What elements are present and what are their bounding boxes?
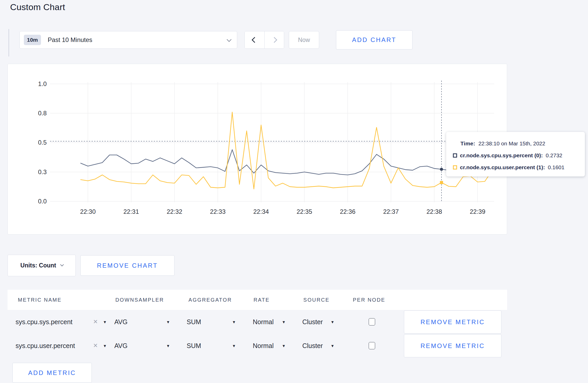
metric-name-value[interactable]: sys.cpu.sys.percent	[16, 318, 73, 326]
aggregator-select[interactable]: SUM	[187, 342, 201, 350]
downsampler-select[interactable]: AVG	[114, 318, 128, 326]
series-line-sys	[81, 150, 492, 175]
x-tick-label: 22:30	[80, 208, 96, 215]
tooltip-time-label: Time:	[460, 140, 475, 147]
time-nav-group	[244, 31, 284, 49]
now-button[interactable]: Now	[289, 31, 319, 49]
x-tick-label: 22:31	[123, 208, 139, 215]
y-tick-label: 0.8	[38, 110, 47, 117]
col-header-rate: RATE	[254, 297, 270, 303]
time-window-label: Past 10 Minutes	[48, 36, 227, 44]
col-header-source: SOURCE	[303, 297, 330, 303]
x-tick-label: 22:38	[426, 208, 442, 215]
tooltip-series-row: cr.node.sys.cpu.sys.percent (0): 0.2732	[453, 150, 578, 161]
rate-select[interactable]: Normal	[253, 318, 274, 326]
aggregator-caret-icon[interactable]: ▼	[232, 344, 236, 348]
col-header-metric-name: METRIC NAME	[18, 297, 62, 303]
metric-name-select-caret-icon[interactable]: ▼	[103, 344, 107, 348]
tooltip-series-row: cr.node.sys.cpu.user.percent (1): 0.1601	[453, 162, 578, 173]
x-tick-label: 22:34	[253, 208, 269, 215]
rate-caret-icon[interactable]: ▼	[282, 344, 286, 348]
clear-metric-icon[interactable]: ✕	[93, 342, 98, 349]
tooltip-series-name: cr.node.sys.cpu.sys.percent (0):	[460, 152, 543, 159]
metric-name-value[interactable]: sys.cpu.user.percent	[16, 342, 75, 350]
x-tick-label: 22:33	[210, 208, 226, 215]
downsampler-caret-icon[interactable]: ▼	[166, 320, 170, 324]
series-user-legend-icon	[453, 165, 457, 169]
col-header-aggregator: AGGREGATOR	[188, 297, 232, 303]
hover-marker-sys	[440, 168, 443, 171]
aggregator-caret-icon[interactable]: ▼	[232, 320, 236, 324]
chevron-down-icon	[60, 263, 64, 266]
tooltip-series-name: cr.node.sys.cpu.user.percent (1):	[460, 164, 545, 171]
time-window-dropdown[interactable]: 10m Past 10 Minutes	[19, 31, 237, 49]
y-tick-label: 0.5	[38, 139, 47, 146]
downsampler-select[interactable]: AVG	[114, 342, 128, 350]
aggregator-select[interactable]: SUM	[187, 318, 201, 326]
prev-time-button[interactable]	[245, 31, 264, 48]
next-time-button[interactable]	[264, 31, 284, 48]
toolbar-left-divider	[9, 29, 9, 56]
downsampler-caret-icon[interactable]: ▼	[166, 344, 170, 348]
remove-metric-button[interactable]: REMOVE METRIC	[404, 310, 501, 334]
chevron-down-icon	[227, 37, 231, 42]
source-caret-icon[interactable]: ▼	[331, 320, 334, 324]
y-tick-label: 0.3	[38, 168, 47, 175]
source-select[interactable]: Cluster	[302, 342, 323, 350]
add-chart-button[interactable]: ADD CHART	[336, 30, 412, 49]
time-window-badge: 10m	[24, 35, 41, 45]
tooltip-time-value: 22:38:10 on Mar 15th, 2022	[478, 140, 545, 147]
chevron-right-icon	[271, 37, 277, 43]
x-tick-label: 22:32	[167, 208, 182, 215]
per-node-checkbox[interactable]	[369, 318, 375, 325]
x-tick-label: 22:39	[470, 208, 485, 215]
rate-caret-icon[interactable]: ▼	[282, 320, 286, 324]
series-sys-legend-icon	[453, 153, 457, 158]
add-metric-button[interactable]: ADD METRIC	[12, 363, 92, 383]
source-caret-icon[interactable]: ▼	[331, 344, 334, 348]
remove-metric-button[interactable]: REMOVE METRIC	[404, 334, 501, 357]
x-tick-label: 22:35	[297, 208, 312, 215]
y-tick-label: 1.0	[38, 80, 47, 87]
chart-panel: 0.00.30.50.81.022:3022:3122:3222:3322:34…	[8, 64, 507, 235]
custom-chart-plot[interactable]: 0.00.30.50.81.022:3022:3122:3222:3322:34…	[8, 64, 507, 235]
tooltip-series-value: 0.2732	[546, 152, 562, 159]
chart-tooltip: Time: 22:38:10 on Mar 15th, 2022 cr.node…	[446, 132, 585, 176]
clear-metric-icon[interactable]: ✕	[93, 318, 98, 325]
remove-chart-button[interactable]: REMOVE CHART	[80, 255, 174, 276]
x-tick-label: 22:36	[340, 208, 355, 215]
page-title: Custom Chart	[10, 2, 65, 12]
units-dropdown[interactable]: Units: Count	[8, 255, 76, 276]
chevron-left-icon	[251, 37, 257, 43]
tooltip-series-value: 0.1601	[548, 164, 564, 171]
metrics-table-header: METRIC NAME DOWNSAMPLER AGGREGATOR RATE …	[8, 290, 507, 310]
units-label: Units: Count	[20, 262, 56, 269]
col-header-per-node: PER NODE	[353, 297, 385, 303]
tooltip-time-row: Time: 22:38:10 on Mar 15th, 2022	[453, 138, 578, 149]
source-select[interactable]: Cluster	[302, 318, 323, 326]
per-node-checkbox[interactable]	[369, 342, 375, 349]
x-tick-label: 22:37	[383, 208, 399, 215]
rate-select[interactable]: Normal	[253, 342, 274, 350]
y-tick-label: 0.0	[38, 198, 47, 205]
hover-marker-user	[440, 181, 443, 184]
series-line-user	[81, 112, 492, 189]
metric-name-select-caret-icon[interactable]: ▼	[103, 320, 107, 324]
col-header-downsampler: DOWNSAMPLER	[115, 297, 164, 303]
